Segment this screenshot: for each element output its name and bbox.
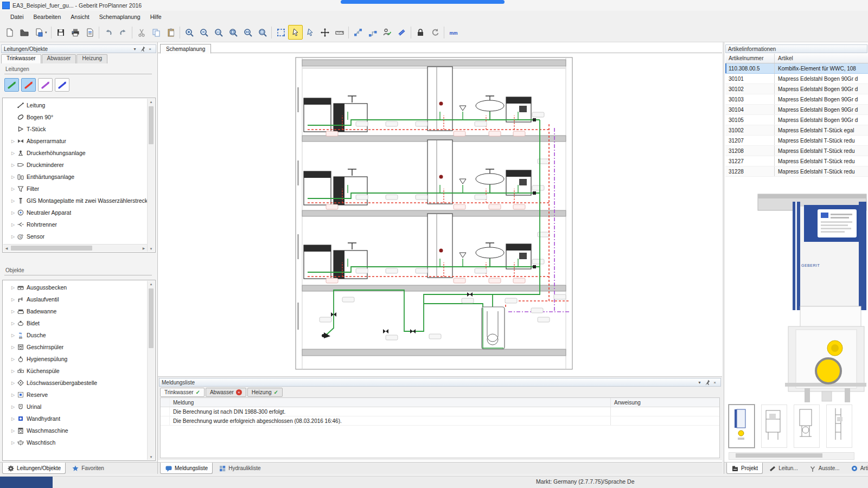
zoom-window-button[interactable] [273,25,288,40]
redo-button[interactable] [116,25,130,40]
schematic-canvas[interactable] [158,53,722,377]
right-bottom-tab[interactable]: Leitun... [764,463,803,474]
tree-item[interactable]: ▷Filter [3,183,148,195]
tree-item[interactable]: ▷Hygienespülung [3,353,148,365]
panel-close-icon[interactable]: × [711,379,718,386]
article-row[interactable]: 31228Mapress Edelstahl T-Stück redu [725,166,868,177]
panel-close-icon[interactable]: × [146,46,154,52]
tree-item[interactable]: ▷Geschirrspüler [3,341,148,353]
messages-tab-heizung[interactable]: Heizung✓ [247,388,283,397]
tab-schemaplanung[interactable]: Schemaplanung [160,44,211,54]
expander-icon[interactable]: ▷ [9,210,17,215]
product-thumbnail[interactable] [761,404,787,448]
expander-icon[interactable]: ▷ [9,187,17,191]
vertical-scrollbar[interactable]: ▲▼ [147,281,155,460]
pipe-segment-button[interactable] [394,25,409,40]
select-object-button[interactable] [303,25,317,40]
tree-item[interactable]: ▷Neutraler Apparat [3,207,148,219]
tree-item[interactable]: ▷Dusche [3,329,148,341]
scroll-down-icon[interactable]: ▼ [148,454,155,460]
left-bottom-tab[interactable]: Favoriten [67,463,109,474]
product-thumbnail[interactable] [826,404,852,448]
article-row[interactable]: 30101Mapress Edelstahl Bogen 90Gr d [725,74,868,84]
move-button[interactable] [317,25,332,40]
left-panel-header[interactable]: Leitungen/Objekte ▾ × [1,44,156,53]
center-bottom-tab[interactable]: Meldungsliste [160,463,213,474]
center-bottom-tab[interactable]: Hydraulikliste [214,463,265,474]
open-button[interactable] [17,25,31,40]
expander-icon[interactable]: ▷ [9,198,17,203]
tree-item[interactable]: ▷Druckminderer [3,159,148,171]
right-bottom-tab[interactable]: Arti... [846,463,868,474]
kaltwasser-leitung-button[interactable] [4,78,19,92]
panel-pin-icon[interactable] [704,379,711,386]
article-row[interactable]: 30102Mapress Edelstahl Bogen 90Gr d [725,84,868,94]
tree-item[interactable]: ▷Druckerhöhungsanlage [3,147,148,159]
scroll-up-icon[interactable]: ▲ [148,281,155,287]
tree-item[interactable]: ▷Absperrarmatur [3,135,148,147]
article-row[interactable]: 30103Mapress Edelstahl Bogen 90Gr d [725,94,868,105]
messages-tab-abwasser[interactable]: Abwasser× [206,388,246,397]
scroll-right-icon[interactable]: ▶ [141,245,147,252]
scrollbar-thumb[interactable] [149,288,154,348]
menu-datei[interactable]: Datei [5,12,29,21]
tree-item[interactable]: ▷Rohrtrenner [3,219,148,230]
expander-icon[interactable]: ▷ [9,404,17,409]
product-thumbnail[interactable] [729,404,755,448]
expander-icon[interactable]: ▷ [9,428,17,433]
left-tab-heizung[interactable]: Heizung [76,54,107,63]
tree-item[interactable]: ▷Enthärtungsanlage [3,171,148,183]
horizontal-scrollbar[interactable]: ◀▶ [3,244,147,252]
article-row[interactable]: 31208Mapress Edelstahl T-Stück redu [725,146,868,156]
zoom-width-button[interactable] [240,25,255,40]
dimension-mm-button[interactable]: mm [446,25,461,40]
expander-icon[interactable]: ▷ [9,416,17,421]
tree-item[interactable]: T-Stück [3,123,148,135]
tree-item[interactable]: ▷Wandhydrant [3,413,148,425]
save-as-button[interactable] [31,25,46,40]
expander-icon[interactable]: ▷ [9,381,17,386]
scrollbar-thumb[interactable] [736,453,822,458]
save-button[interactable] [53,25,68,40]
expander-icon[interactable]: ▷ [9,345,17,350]
expander-icon[interactable]: ▷ [9,222,17,227]
tree-item[interactable]: ▷Urinal [3,401,148,413]
tree-item[interactable]: ▷Waschtisch [3,436,148,448]
expander-icon[interactable]: ▷ [9,285,17,290]
tree-item[interactable]: ▷SSensor [3,230,148,242]
undo-button[interactable] [101,25,116,40]
thumbnail-scrollbar[interactable] [729,452,854,460]
article-row[interactable]: 31002Mapress Edelstahl T-Stück egal [725,125,868,136]
left-tab-abwasser[interactable]: Abwasser [42,54,76,63]
vertical-scrollbar[interactable]: ▲▼ [147,99,155,252]
expander-icon[interactable]: ▷ [9,369,17,374]
new-button[interactable] [2,25,17,40]
article-row[interactable]: 31207Mapress Edelstahl T-Stück redu [725,136,868,146]
print-button[interactable] [68,25,82,40]
tree-item[interactable]: ▷Auslaufventil [3,293,148,305]
expander-icon[interactable]: ▷ [9,309,17,314]
update-button[interactable] [427,25,442,40]
lock-button[interactable] [413,25,427,40]
scroll-down-icon[interactable]: ▼ [148,246,155,252]
article-panel-header[interactable]: Artikelinformationen [725,44,867,53]
expander-icon[interactable]: ▷ [9,151,17,156]
article-row[interactable]: 30104Mapress Edelstahl Bogen 90Gr d [725,105,868,115]
message-row[interactable]: Die Berechnung wurde erfolgreich abgesch… [161,416,719,426]
tree-item[interactable]: ▷Bidet [3,317,148,329]
article-col-artikel[interactable]: Artikel [775,54,868,63]
expander-icon[interactable]: ▷ [9,440,17,445]
blau-leitung-button[interactable] [55,78,69,92]
messages-panel-header[interactable]: Meldungsliste ▾ × [159,378,721,387]
scroll-left-icon[interactable]: ◀ [3,245,10,252]
paste-button[interactable] [163,25,178,40]
expander-icon[interactable]: ▷ [9,321,17,326]
tree-item[interactable]: ▷Küchenspüle [3,365,148,377]
menu-hilfe[interactable]: Hilfe [145,12,167,21]
expander-icon[interactable]: ▷ [9,333,17,338]
tree-item[interactable]: Leitung [3,99,148,111]
messages-col-anweisung[interactable]: Anweisung [611,398,719,407]
article-row[interactable]: 30105Mapress Edelstahl Bogen 90Gr d [725,115,868,125]
report-button[interactable] [82,25,97,40]
connect-button[interactable] [350,25,365,40]
